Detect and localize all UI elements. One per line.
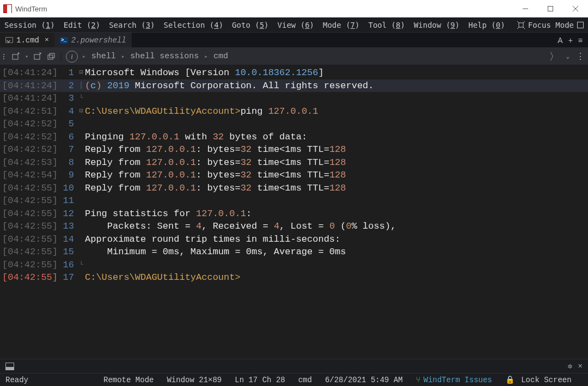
svg-line-5 bbox=[517, 21, 519, 23]
status-lock-screen[interactable]: 🔒 Lock Screen bbox=[505, 375, 572, 384]
fold-gutter-icon[interactable] bbox=[77, 156, 85, 169]
tab-powershell-label: 2.powershell bbox=[71, 36, 126, 45]
fold-gutter-icon[interactable] bbox=[77, 118, 85, 131]
menu-session[interactable]: Session (1) bbox=[4, 21, 55, 29]
fold-gutter-icon[interactable]: └ bbox=[77, 92, 85, 105]
fold-gutter-icon[interactable]: └ bbox=[77, 259, 85, 272]
terminal-line: [04:42:55]13 Packets: Sent = 4, Received… bbox=[0, 220, 588, 233]
close-window-button[interactable] bbox=[33, 52, 42, 62]
line-number: 1 bbox=[56, 66, 77, 79]
drag-handle-icon[interactable] bbox=[3, 54, 7, 59]
fold-gutter-icon[interactable] bbox=[77, 182, 85, 195]
timestamp: [04:42:52] bbox=[0, 143, 56, 156]
fold-gutter-icon[interactable] bbox=[77, 220, 85, 233]
line-text bbox=[85, 92, 588, 105]
settings-button[interactable]: ✲ bbox=[568, 361, 573, 371]
svg-rect-1 bbox=[548, 7, 553, 11]
line-number: 9 bbox=[56, 169, 77, 182]
new-window-button[interactable] bbox=[11, 52, 21, 62]
fold-gutter-icon[interactable] bbox=[77, 207, 85, 220]
svg-line-7 bbox=[517, 27, 519, 29]
powershell-icon bbox=[60, 37, 68, 44]
duplicate-window-button[interactable] bbox=[47, 52, 57, 62]
fold-gutter-icon[interactable]: ⊟ bbox=[77, 105, 85, 118]
line-number: 10 bbox=[56, 182, 77, 195]
menu-edit[interactable]: Edit (2) bbox=[64, 21, 100, 29]
line-text: Ping statistics for 127.0.0.1: bbox=[85, 207, 588, 220]
info-icon[interactable]: i bbox=[66, 51, 78, 63]
menu-view[interactable]: View (6) bbox=[278, 21, 314, 29]
breadcrumb-shell[interactable]: shell bbox=[91, 52, 116, 61]
close-panel-button[interactable]: × bbox=[578, 362, 583, 371]
line-number: 6 bbox=[56, 131, 77, 144]
tab-font-button[interactable]: A bbox=[558, 36, 562, 45]
status-shell: cmd bbox=[298, 376, 312, 384]
line-number: 8 bbox=[56, 156, 77, 169]
fold-gutter-icon[interactable] bbox=[77, 169, 85, 182]
breadcrumb: ▸ shell ▸ shell sessions ▸ cmd bbox=[82, 52, 228, 61]
timestamp: [04:42:53] bbox=[0, 156, 56, 169]
fold-gutter-icon[interactable]: ⊟ bbox=[77, 66, 85, 79]
timestamp: [04:42:54] bbox=[0, 169, 56, 182]
focus-mode-label: Focus Mode bbox=[528, 21, 574, 29]
fold-gutter-icon[interactable] bbox=[77, 246, 85, 259]
menu-search[interactable]: Search (3) bbox=[109, 21, 155, 29]
menu-window[interactable]: Window (9) bbox=[414, 21, 460, 29]
more-button[interactable]: ⋮ bbox=[576, 51, 585, 62]
line-text: Reply from 127.0.0.1: bytes=32 time<1ms … bbox=[85, 169, 588, 182]
window-minimize-button[interactable] bbox=[513, 0, 538, 17]
dropdown-button[interactable]: ⌄ bbox=[566, 53, 569, 60]
menu-goto[interactable]: Goto (5) bbox=[232, 21, 268, 29]
fold-gutter-icon[interactable] bbox=[77, 131, 85, 144]
terminal-output[interactable]: [04:41:24]1⊟Microsoft Windows [Version 1… bbox=[0, 65, 588, 359]
tab-powershell[interactable]: 2.powershell bbox=[54, 33, 132, 47]
focus-mode-button[interactable]: Focus Mode bbox=[517, 21, 584, 29]
tab-close-button[interactable]: × bbox=[45, 36, 49, 44]
menu-help[interactable]: Help (0) bbox=[468, 21, 505, 29]
terminal-line: [04:42:54]9Reply from 127.0.0.1: bytes=3… bbox=[0, 169, 588, 182]
line-number: 12 bbox=[56, 207, 77, 220]
panel-toggle-button[interactable] bbox=[5, 363, 14, 370]
tab-menu-button[interactable]: ≡ bbox=[578, 36, 583, 45]
lock-icon: 🔒 bbox=[505, 376, 514, 384]
timestamp: [04:41:24] bbox=[0, 92, 56, 105]
fold-gutter-icon[interactable] bbox=[77, 194, 85, 207]
status-remote-mode[interactable]: Remote Mode bbox=[103, 376, 154, 384]
svg-rect-15 bbox=[48, 55, 53, 59]
window-close-button[interactable] bbox=[563, 0, 588, 17]
tab-add-button[interactable]: + bbox=[568, 36, 573, 45]
fold-gutter-icon[interactable] bbox=[77, 143, 85, 156]
menu-selection[interactable]: Selection (4) bbox=[164, 21, 224, 29]
breadcrumb-sessions[interactable]: shell sessions bbox=[130, 52, 199, 61]
fold-gutter-icon[interactable] bbox=[77, 271, 85, 284]
line-number: 13 bbox=[56, 220, 77, 233]
line-number: 16 bbox=[56, 259, 77, 272]
terminal-line: [04:42:55]12Ping statistics for 127.0.0.… bbox=[0, 207, 588, 220]
next-button[interactable]: 〉 bbox=[549, 50, 559, 63]
breadcrumb-sep-icon: ▸ bbox=[82, 53, 86, 60]
line-text: Packets: Sent = 4, Received = 4, Lost = … bbox=[85, 220, 588, 233]
fold-gutter-icon[interactable]: │ bbox=[77, 79, 85, 93]
line-number: 2 bbox=[56, 79, 77, 93]
fold-gutter-icon[interactable] bbox=[77, 233, 85, 246]
terminal-line: [04:42:51]4⊟C:\Users\WDAGUtilityAccount>… bbox=[0, 105, 588, 118]
svg-rect-12 bbox=[34, 54, 40, 59]
status-issues-link[interactable]: ⑂ WindTerm Issues bbox=[416, 376, 492, 384]
line-text bbox=[85, 194, 588, 207]
tab-cmd-label: 1.cmd bbox=[16, 36, 39, 45]
tab-cmd[interactable]: 1.cmd × bbox=[0, 33, 54, 47]
toolbar: ▾ i ▸ shell ▸ shell sessions ▸ cmd 〉 ⌄ ⋮ bbox=[0, 48, 588, 65]
terminal-line: [04:42:55]10Reply from 127.0.0.1: bytes=… bbox=[0, 182, 588, 195]
window-maximize-button[interactable] bbox=[538, 0, 563, 17]
svg-line-8 bbox=[523, 27, 525, 29]
breadcrumb-cmd[interactable]: cmd bbox=[213, 52, 228, 61]
line-text: C:\Users\WDAGUtilityAccount>ping 127.0.0… bbox=[85, 105, 588, 118]
line-number: 17 bbox=[56, 271, 77, 284]
status-lock-label: Lock Screen bbox=[521, 376, 571, 384]
terminal-line: [04:42:55]15 Minimum = 0ms, Maximum = 0m… bbox=[0, 246, 588, 259]
line-text: C:\Users\WDAGUtilityAccount> bbox=[85, 271, 588, 284]
timestamp: [04:42:52] bbox=[0, 118, 56, 131]
menu-tool[interactable]: Tool (8) bbox=[368, 21, 405, 29]
menu-mode[interactable]: Mode (7) bbox=[323, 21, 359, 29]
line-text bbox=[85, 118, 588, 131]
